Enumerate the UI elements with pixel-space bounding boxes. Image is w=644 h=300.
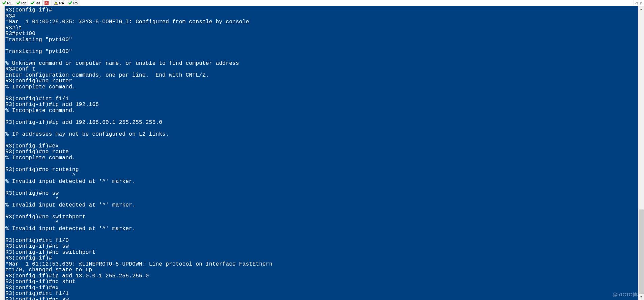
x-icon: ✕ (45, 1, 49, 5)
tab-r1[interactable]: R1 (0, 0, 14, 6)
warning-icon (54, 1, 58, 5)
left-gutter (0, 6, 5, 300)
scroll-thumb[interactable] (639, 210, 644, 294)
tab-label: R2 (21, 1, 26, 5)
tab-label: R4 (59, 1, 64, 5)
tab-nav-next[interactable]: ▷ (639, 0, 644, 6)
tab-label: R3 (35, 1, 40, 5)
check-icon (16, 1, 20, 5)
tab-nav: ◁ ▷ (633, 0, 644, 6)
scrollbar[interactable]: ▲ ▼ (638, 6, 644, 300)
tab-nav-prev[interactable]: ◁ (633, 0, 639, 6)
tab-label: R1 (7, 1, 12, 5)
tab-r4[interactable]: R4 (52, 0, 66, 6)
tab-error[interactable]: ✕ (42, 0, 52, 6)
tab-r2[interactable]: R2 (14, 0, 28, 6)
check-icon (2, 1, 6, 5)
svg-rect-1 (56, 4, 56, 4)
tab-r5[interactable]: R5 (66, 0, 80, 6)
scroll-up-button[interactable]: ▲ (638, 6, 644, 12)
terminal-container: R3(config-if)# R3# *Mar 1 01:00:25.035: … (5, 6, 644, 300)
terminal-output[interactable]: R3(config-if)# R3# *Mar 1 01:00:25.035: … (5, 6, 638, 300)
check-icon (30, 1, 34, 5)
tab-label: R5 (73, 1, 78, 5)
svg-rect-0 (56, 2, 56, 3)
check-icon (68, 1, 72, 5)
scroll-track[interactable] (638, 12, 644, 294)
tab-r3[interactable]: R3 (28, 0, 42, 6)
tab-bar: R1 R2 R3 ✕ R4 R5 ◁ ▷ (0, 0, 644, 6)
watermark: @51CTO博客 (613, 292, 642, 298)
